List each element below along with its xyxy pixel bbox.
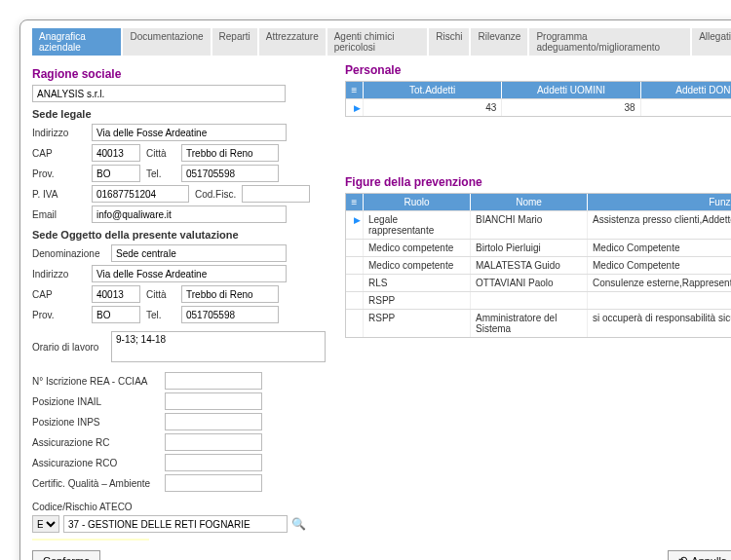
denom-input[interactable] xyxy=(111,244,287,262)
col-uomini: Addetti UOMINI xyxy=(502,82,640,98)
label-assicrc: Assicurazione RC xyxy=(32,437,159,448)
label-certif: Certific. Qualità – Ambiente xyxy=(32,478,159,489)
row-arrow-icon: ▶ xyxy=(351,103,364,113)
label-indirizzo: Indirizzo xyxy=(32,128,86,138)
certif-input[interactable] xyxy=(165,474,262,492)
cell-nome xyxy=(471,292,588,309)
label-assicrco: Assicurazione RCO xyxy=(32,458,159,468)
label-cap: CAP xyxy=(32,148,86,159)
table-row[interactable]: RSPP Amministratore del Sistema si occup… xyxy=(346,309,731,337)
codfisc-input[interactable] xyxy=(242,185,310,203)
search-icon[interactable]: 🔍 xyxy=(291,517,306,531)
cell-funzioni: Consulenze esterne,Rappresentante dei La… xyxy=(588,275,731,291)
ateco-desc-input[interactable] xyxy=(63,515,288,533)
citta2-input[interactable] xyxy=(181,285,279,303)
cell-funzioni xyxy=(588,292,731,309)
company-input[interactable] xyxy=(32,85,286,102)
orario-input[interactable]: 9-13; 14-18 xyxy=(111,331,326,362)
annulla-button[interactable]: ⟲ Annulla xyxy=(668,550,731,560)
tab-bar: Anagrafica aziendale Documentazione Repa… xyxy=(32,28,731,56)
label-piva: P. IVA xyxy=(32,189,86,200)
label-citta2: Città xyxy=(146,289,175,300)
cell-funzioni: si occuperà di responsabilità sicurezza xyxy=(588,310,731,337)
label-ateco: Codice/Rischio ATECO xyxy=(32,502,326,512)
ateco-code-select[interactable]: E xyxy=(32,515,59,533)
tel-input[interactable] xyxy=(181,165,279,182)
citta-input[interactable] xyxy=(181,144,279,162)
section-ragione-sociale: Ragione sociale xyxy=(32,67,326,81)
label-cap2: CAP xyxy=(32,289,86,300)
figure-grid: ≡ Ruolo Nome Funzioni ▶ Legale rappresen… xyxy=(345,193,731,338)
assicrc-input[interactable] xyxy=(165,433,262,451)
undo-icon: ⟲ xyxy=(678,554,687,560)
table-row[interactable]: RLS OTTAVIANI Paolo Consulenze esterne,R… xyxy=(346,274,731,291)
label-tel: Tel. xyxy=(146,168,175,179)
table-row[interactable]: ▶ Legale rappresentante BIANCHI Mario As… xyxy=(346,210,731,239)
assicrco-input[interactable] xyxy=(165,454,262,471)
indirizzo-input[interactable] xyxy=(92,124,287,141)
cell-tot: 43 xyxy=(364,99,502,116)
label-orario: Orario di lavoro xyxy=(32,342,105,353)
table-row[interactable]: Medico competente Birtolo Pierluigi Medi… xyxy=(346,239,731,256)
inail-input[interactable] xyxy=(165,392,262,410)
label-citta: Città xyxy=(146,148,175,159)
tab-anagrafica[interactable]: Anagrafica aziendale xyxy=(32,28,121,56)
tab-rilevanze[interactable]: Rilevanze xyxy=(471,28,527,56)
table-row[interactable]: Medico competente MALATESTA Guido Medico… xyxy=(346,256,731,274)
risk-level: RISCHIO ALTO xyxy=(32,539,149,541)
prov2-input[interactable] xyxy=(92,306,140,323)
cap2-input[interactable] xyxy=(92,285,140,303)
col-donne: Addetti DONNE xyxy=(641,82,731,98)
col-funzioni: Funzioni xyxy=(588,194,731,210)
col-ruolo: Ruolo xyxy=(364,194,471,210)
menu-icon[interactable]: ≡ xyxy=(346,194,364,210)
section-sede-legale: Sede legale xyxy=(32,108,326,120)
email-input[interactable] xyxy=(92,205,287,223)
table-row[interactable]: RSPP xyxy=(346,291,731,309)
cell-ruolo: RSPP xyxy=(364,292,471,309)
label-rea: N° Iscrizione REA - CCIAA xyxy=(32,376,159,387)
label-denom: Denominazione xyxy=(32,248,105,259)
cell-ruolo: Legale rappresentante xyxy=(364,211,471,239)
col-tot: Tot.Addetti xyxy=(364,82,502,98)
tab-reparti[interactable]: Reparti xyxy=(212,28,257,56)
tab-attrezzature[interactable]: Attrezzature xyxy=(259,28,326,56)
cell-nome: BIANCHI Mario xyxy=(471,211,588,239)
tab-programma[interactable]: Programma adeguamento/miglioramento xyxy=(529,28,690,56)
row-arrow-icon: ▶ xyxy=(351,215,364,225)
piva-input[interactable] xyxy=(92,185,189,203)
app-window: Anagrafica aziendale Documentazione Repa… xyxy=(19,19,731,560)
tab-documentazione[interactable]: Documentazione xyxy=(123,28,210,56)
label-email: Email xyxy=(32,209,86,220)
cell-ruolo: Medico competente xyxy=(364,240,471,256)
label-prov: Prov. xyxy=(32,168,86,179)
indirizzo2-input[interactable] xyxy=(92,265,287,282)
tab-allegati[interactable]: Allegati xyxy=(692,28,731,56)
section-sede-oggetto: Sede Oggetto della presente valutazione xyxy=(32,229,326,241)
prov-input[interactable] xyxy=(92,165,140,182)
label-tel2: Tel. xyxy=(146,310,175,320)
label-codfisc: Cod.Fisc. xyxy=(195,189,236,200)
personale-grid: ≡ Tot.Addetti Addetti UOMINI Addetti DON… xyxy=(345,81,731,117)
label-indirizzo2: Indirizzo xyxy=(32,269,86,280)
annulla-label: Annulla xyxy=(691,555,727,561)
label-prov2: Prov. xyxy=(32,310,86,320)
cell-funzioni: Assistenza presso clienti,Addetto acquis… xyxy=(588,211,731,239)
tab-agenti[interactable]: Agenti chimici pericolosi xyxy=(327,28,428,56)
cell-nome: Amministratore del Sistema xyxy=(471,310,588,337)
cell-nome: Birtolo Pierluigi xyxy=(471,240,588,256)
conferma-button[interactable]: Conferma xyxy=(32,550,100,560)
cell-ruolo: RLS xyxy=(364,275,471,291)
tab-rischi[interactable]: Rischi xyxy=(429,28,469,56)
inps-input[interactable] xyxy=(165,413,262,430)
menu-icon[interactable]: ≡ xyxy=(346,82,364,98)
rea-input[interactable] xyxy=(165,372,262,390)
cell-nome: MALATESTA Guido xyxy=(471,257,588,274)
table-row[interactable]: ▶ 43 38 5 xyxy=(346,98,731,116)
tel2-input[interactable] xyxy=(181,306,279,323)
section-figure: Figure della prevenzione xyxy=(345,175,731,189)
label-inail: Posizione INAIL xyxy=(32,396,159,407)
cell-donne: 5 xyxy=(641,99,731,116)
cell-funzioni: Medico Competente xyxy=(588,240,731,256)
cap-input[interactable] xyxy=(92,144,140,162)
